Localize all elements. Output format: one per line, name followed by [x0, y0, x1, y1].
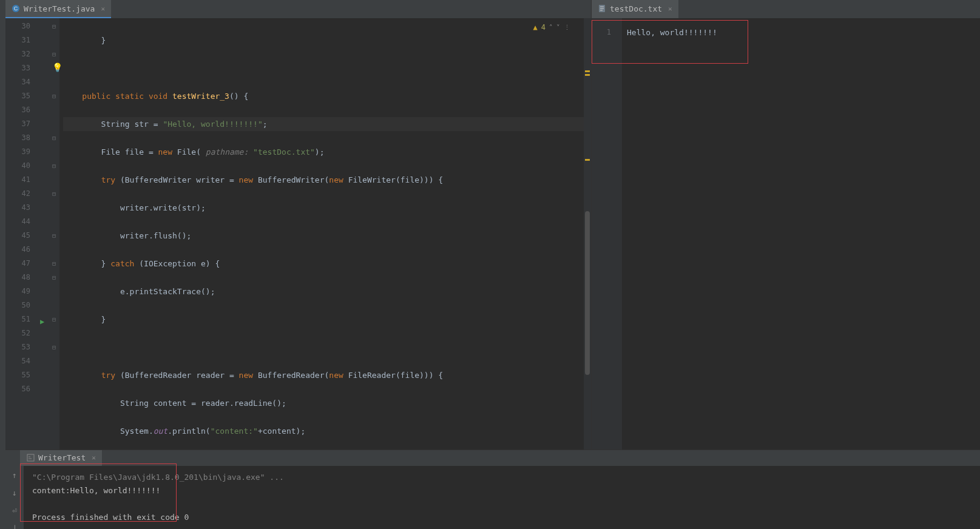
line-number: 48: [5, 271, 30, 285]
svg-rect-6: [27, 454, 34, 461]
line-number-gutter[interactable]: 1: [592, 18, 622, 450]
t: out: [154, 426, 167, 436]
t: () {: [229, 92, 248, 101]
stripe-warning[interactable]: [585, 70, 590, 72]
line-number: 42: [5, 187, 30, 201]
line-number: 31: [5, 33, 30, 47]
close-icon[interactable]: ✕: [101, 5, 105, 13]
line-number: 43: [5, 201, 30, 215]
scrollbar-thumb[interactable]: [585, 211, 590, 375]
fold-mark-icon[interactable]: ⊟: [52, 51, 56, 58]
close-icon[interactable]: ✕: [92, 454, 96, 462]
code-area-right[interactable]: 1 Hello, world!!!!!!!: [592, 18, 980, 450]
console-output[interactable]: "C:\Program Files\Java\jdk1.8.0_201\bin\…: [5, 466, 980, 529]
fold-mark-icon[interactable]: ⊟: [52, 93, 56, 99]
t: FileReader(file))) {: [348, 371, 444, 380]
code-area-left[interactable]: ▲ 4 ˄ ˅ ⋮ 303132333435363738394041424344…: [5, 18, 591, 450]
t: [63, 92, 82, 101]
t: }: [63, 259, 110, 268]
console-panel: WriterTest ✕ ↑ ↓ ⏎ ⤓ "C:\Program Files\J…: [5, 450, 980, 529]
t: try: [101, 371, 120, 380]
t: System.: [63, 426, 154, 436]
stripe-warning[interactable]: [585, 159, 590, 161]
t: "Hello, world!!!!!!!": [163, 120, 262, 129]
t: (BufferedWriter writer =: [120, 175, 239, 184]
t: [63, 175, 101, 184]
t: (BufferedReader reader =: [120, 371, 239, 380]
t: "content:": [211, 426, 258, 436]
line-number: 49: [5, 285, 30, 298]
line-number: 33: [5, 61, 30, 75]
stripe-warning[interactable]: [585, 74, 590, 76]
line-number: 39: [5, 145, 30, 159]
fold-mark-icon[interactable]: ⊟: [52, 135, 56, 141]
line-number: 40: [5, 159, 30, 173]
t: +content);: [258, 426, 305, 436]
run-gutter-icon[interactable]: ▶: [40, 317, 44, 326]
tab-testdoc[interactable]: testDoc.txt ✕: [592, 0, 678, 18]
tab-label: testDoc.txt: [610, 4, 662, 13]
inspections-widget[interactable]: ▲ 4 ˄ ˅ ⋮: [533, 23, 570, 32]
fold-mark-icon[interactable]: ⊟: [52, 344, 56, 351]
editors-row: C WriterTest.java ✕ ▲ 4 ˄ ˅ ⋮ 3031323334…: [5, 0, 980, 450]
console-icon: [26, 453, 35, 462]
line-number: 46: [5, 243, 30, 257]
t: String content = reader.readLine();: [63, 399, 286, 408]
editor-left: C WriterTest.java ✕ ▲ 4 ˄ ˅ ⋮ 3031323334…: [5, 0, 592, 450]
t: );: [315, 147, 325, 157]
fold-mark-icon[interactable]: ⊟: [52, 190, 56, 197]
t: e.printStackTrace();: [63, 287, 215, 296]
tabs-left: C WriterTest.java ✕: [5, 0, 591, 18]
more-icon[interactable]: ⋮: [564, 24, 570, 32]
prev-highlight-icon[interactable]: ˄: [549, 24, 553, 32]
line-number: 51: [5, 312, 30, 326]
line-number: 37: [5, 117, 30, 131]
console-tabs: WriterTest ✕: [5, 450, 980, 466]
line-number: 38: [5, 131, 30, 145]
t: "testDoc.txt": [253, 147, 315, 157]
line-number-gutter[interactable]: 3031323334353637383940414243444546474849…: [5, 18, 39, 450]
icon-gutter: ▶: [39, 18, 51, 450]
t: writer.write(str);: [63, 203, 206, 212]
fold-mark-icon[interactable]: ⊟: [52, 163, 56, 169]
line-number: 1: [592, 25, 611, 39]
line-number: 44: [5, 215, 30, 229]
t: try: [101, 175, 120, 184]
tool-window-bar-left[interactable]: [0, 0, 5, 529]
line-number: 32: [5, 47, 30, 61]
tabs-right: testDoc.txt ✕: [592, 0, 980, 18]
txt-content[interactable]: Hello, world!!!!!!!: [622, 18, 980, 450]
code-content[interactable]: } public static void testWriter_3() { St…: [59, 18, 591, 450]
t: public static void: [82, 92, 172, 101]
line-number: 52: [5, 326, 30, 340]
console-line: "C:\Program Files\Java\jdk1.8.0_201\bin\…: [32, 471, 975, 484]
tab-writertest[interactable]: C WriterTest.java ✕: [5, 0, 111, 18]
warning-count: 4: [541, 23, 546, 32]
t: BufferedReader(: [258, 371, 329, 380]
line-number: 54: [5, 354, 30, 368]
t: new: [239, 175, 258, 184]
t: testWriter_3: [172, 92, 229, 101]
close-icon[interactable]: ✕: [668, 5, 672, 13]
fold-gutter[interactable]: 💡 ⊟ ⊟ ⊟ ⊟ ⊟ ⊟ ⊟ ⊟ ⊟ ⊟ ⊟: [51, 18, 59, 450]
t: ;: [263, 120, 268, 129]
console-tab-writertest[interactable]: WriterTest ✕: [20, 450, 102, 466]
line-number: 30: [5, 19, 30, 33]
error-stripe[interactable]: [584, 18, 591, 450]
fold-mark-icon[interactable]: ⊟: [52, 316, 56, 323]
line-number: 41: [5, 173, 30, 187]
console-line: content:Hello, world!!!!!!!: [32, 484, 975, 497]
next-highlight-icon[interactable]: ˅: [556, 24, 560, 32]
t: BufferedWriter(: [258, 175, 329, 184]
t: writer.flush();: [63, 231, 191, 240]
fold-mark-icon[interactable]: ⊟: [52, 274, 56, 281]
line-number: 56: [5, 382, 30, 396]
fold-mark-icon[interactable]: ⊟: [52, 23, 56, 30]
t: File file =: [63, 147, 158, 157]
fold-mark-icon[interactable]: ⊟: [52, 260, 56, 267]
txt-line: Hello, world!!!!!!!: [627, 25, 980, 39]
line-number: 36: [5, 103, 30, 117]
t: .println(: [167, 426, 210, 436]
fold-mark-icon[interactable]: ⊟: [52, 232, 56, 239]
line-number: 55: [5, 368, 30, 382]
